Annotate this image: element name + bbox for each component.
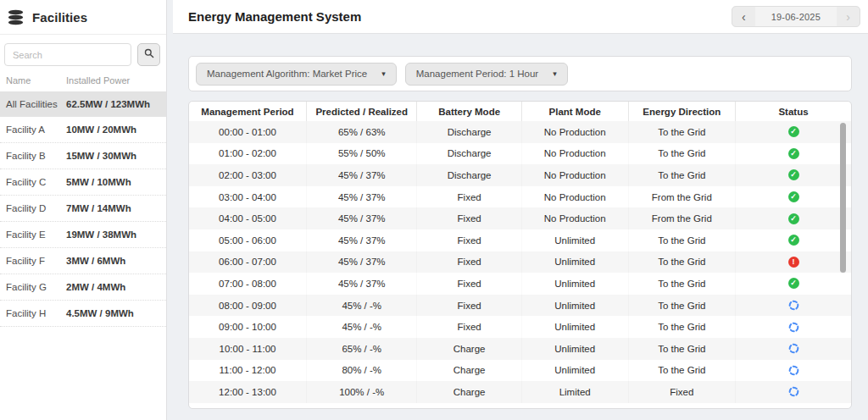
- status-pending-spinner-icon: [788, 343, 799, 354]
- chevron-down-icon: ▾: [381, 69, 386, 78]
- search-input[interactable]: [4, 43, 131, 66]
- filters-card: Management Algorithm: Market Price ▾ Man…: [188, 56, 852, 91]
- sidebar-title: Facilities: [32, 10, 87, 25]
- cell-predicted: 45% / 37%: [307, 164, 417, 186]
- prev-day-button[interactable]: ‹: [732, 7, 755, 26]
- cell-status: ✓: [736, 273, 851, 295]
- cell-status: ✓: [736, 164, 851, 186]
- cell-period: 02:00 - 03:00: [189, 164, 307, 186]
- content-area: Management Algorithm: Market Price ▾ Man…: [173, 34, 868, 420]
- cell-period: 03:00 - 04:00: [189, 186, 307, 208]
- cell-period: 11:00 - 12:00: [189, 360, 307, 382]
- facility-item[interactable]: Facility H4.5MW / 9MWh: [0, 301, 166, 327]
- cell-predicted: 100% / -%: [307, 381, 417, 403]
- facility-item[interactable]: Facility E19MW / 38MWh: [0, 222, 166, 248]
- cell-plant: Unlimited: [522, 360, 629, 382]
- installed-power-column-label: Installed Power: [66, 75, 130, 86]
- cell-battery: Fixed: [417, 295, 521, 317]
- table-scrollbar-thumb[interactable]: [840, 123, 846, 273]
- cell-plant: Limited: [522, 381, 629, 403]
- status-check-circle-icon: ✓: [788, 235, 799, 246]
- table-row: 03:00 - 04:0045% / 37%FixedNo Production…: [189, 186, 851, 208]
- cell-direction: To the Grid: [629, 338, 737, 360]
- cell-direction: To the Grid: [629, 295, 737, 317]
- cell-status: !: [736, 251, 851, 274]
- cell-direction: To the Grid: [629, 164, 737, 186]
- schedule-table-head: Management PeriodPredicted / RealizedBat…: [189, 102, 851, 121]
- cell-battery: Charge: [417, 381, 521, 403]
- table-row: 10:00 - 11:0065% / -%ChargeUnlimitedTo t…: [189, 338, 851, 360]
- cell-period: 07:00 - 08:00: [189, 273, 307, 295]
- database-icon: [7, 8, 25, 26]
- sidebar: Facilities Name Installed Power All Faci…: [0, 0, 167, 420]
- cell-status: ✓: [736, 143, 851, 165]
- facility-list-header: Name Installed Power: [0, 72, 166, 91]
- cell-period: 00:00 - 01:00: [189, 121, 307, 143]
- facility-name: Facility E: [6, 229, 66, 240]
- cell-status: ✓: [736, 186, 851, 208]
- search-button[interactable]: [137, 43, 160, 66]
- facility-item[interactable]: Facility C5MW / 10MWh: [0, 169, 166, 196]
- cell-predicted: 65% / 63%: [307, 121, 417, 143]
- facility-item[interactable]: Facility A10MW / 20MWh: [0, 117, 166, 143]
- facility-name: Facility H: [6, 308, 66, 318]
- cell-battery: Fixed: [417, 316, 521, 338]
- cell-status: ✓: [736, 207, 851, 229]
- cell-direction: From the Grid: [629, 207, 737, 229]
- facility-item[interactable]: Facility G2MW / 4MWh: [0, 274, 166, 301]
- facility-power: 4.5MW / 9MWh: [66, 308, 134, 318]
- column-header: Predicted / Realized: [307, 102, 417, 121]
- cell-predicted: 80% / -%: [307, 360, 417, 382]
- status-pending-spinner-icon: [788, 322, 799, 333]
- schedule-table: Management PeriodPredicted / RealizedBat…: [188, 101, 852, 409]
- status-pending-spinner-icon: [788, 300, 799, 311]
- cell-status: [736, 295, 851, 317]
- sidebar-gutter: [167, 0, 173, 420]
- cell-status: [736, 381, 851, 403]
- cell-direction: To the Grid: [629, 251, 737, 274]
- cell-period: 10:00 - 11:00: [189, 338, 307, 360]
- table-row: 11:00 - 12:0080% / -%ChargeUnlimitedTo t…: [189, 360, 851, 382]
- cell-battery: Discharge: [417, 164, 521, 186]
- cell-period: 09:00 - 10:00: [189, 316, 307, 338]
- facility-item[interactable]: Facility D7MW / 14MWh: [0, 196, 166, 222]
- management-period-dropdown-label: Management Period: 1 Hour: [416, 69, 538, 79]
- status-check-circle-icon: ✓: [788, 148, 799, 159]
- facility-name: Facility D: [6, 203, 66, 213]
- cell-direction: To the Grid: [629, 143, 737, 165]
- cell-period: 04:00 - 05:00: [189, 207, 307, 229]
- facility-item[interactable]: Facility F3MW / 6MWh: [0, 248, 166, 274]
- facility-name: Facility A: [6, 124, 66, 135]
- next-day-button[interactable]: ›: [837, 7, 860, 26]
- facility-name: Facility B: [6, 151, 66, 161]
- cell-plant: Unlimited: [522, 338, 629, 360]
- sidebar-header: Facilities: [0, 0, 166, 35]
- cell-direction: To the Grid: [629, 273, 737, 295]
- cell-direction: Fixed: [629, 381, 737, 403]
- facility-power: 62.5MW / 123MWh: [66, 99, 150, 109]
- cell-status: ✓: [736, 121, 851, 143]
- status-pending-spinner-icon: [788, 386, 799, 397]
- facility-item[interactable]: Facility B15MW / 30MWh: [0, 143, 166, 169]
- table-row: 07:00 - 08:0045% / 37%FixedUnlimitedTo t…: [189, 273, 851, 295]
- facility-item-all-facilities[interactable]: All Facilities 62.5MW / 123MWh: [0, 91, 166, 117]
- cell-plant: No Production: [522, 207, 629, 229]
- cell-predicted: 55% / 50%: [307, 143, 417, 165]
- management-period-dropdown[interactable]: Management Period: 1 Hour ▾: [405, 63, 568, 86]
- schedule-table-body: 00:00 - 01:0065% / 63%DischargeNo Produc…: [189, 121, 851, 403]
- chevron-down-icon: ▾: [553, 69, 557, 78]
- app: Facilities Name Installed Power All Faci…: [0, 0, 868, 420]
- cell-plant: Unlimited: [522, 273, 629, 295]
- facility-name: All Facilities: [6, 99, 66, 109]
- facility-list: Facility A10MW / 20MWhFacility B15MW / 3…: [0, 117, 166, 327]
- status-error-circle-icon: !: [788, 257, 799, 268]
- management-algorithm-dropdown[interactable]: Management Algorithm: Market Price ▾: [196, 63, 397, 86]
- table-row: 01:00 - 02:0055% / 50%DischargeNo Produc…: [189, 143, 851, 165]
- status-check-circle-icon: ✓: [788, 169, 799, 180]
- cell-plant: No Production: [522, 121, 629, 143]
- cell-status: ✓: [736, 229, 851, 251]
- table-row: 05:00 - 06:0045% / 37%FixedUnlimitedTo t…: [189, 229, 851, 251]
- cell-plant: Unlimited: [522, 229, 629, 251]
- facility-power: 10MW / 20MWh: [66, 124, 136, 135]
- facility-name: Facility G: [6, 282, 66, 292]
